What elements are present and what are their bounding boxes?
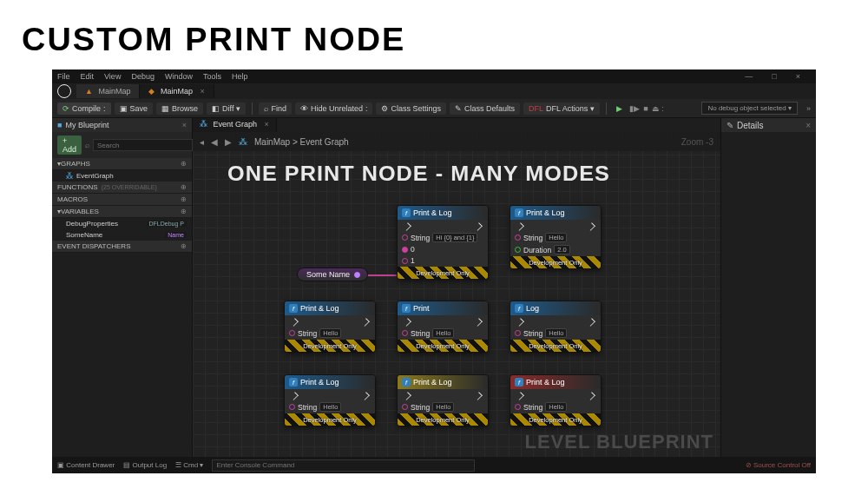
string-pin[interactable] xyxy=(515,330,521,336)
variable-somename[interactable]: SomeName Name xyxy=(52,229,192,241)
exec-out-pin[interactable] xyxy=(587,392,595,400)
node-log[interactable]: fLog String Hello Development Only xyxy=(510,301,602,353)
window-close-icon[interactable]: × xyxy=(796,72,800,81)
exec-in-pin[interactable] xyxy=(516,392,524,400)
console-input[interactable] xyxy=(212,459,474,472)
node-print-log-blue[interactable]: fPrint & Log String Hello Development On… xyxy=(284,374,376,426)
tab-mainmap-blueprint[interactable]: ◆ MainMap × xyxy=(140,84,214,98)
my-blueprint-tab[interactable]: ■ My Blueprint × xyxy=(52,118,192,132)
variable-debugproperties[interactable]: DebugProperties DFLDebug P xyxy=(52,218,192,229)
arg1-pin[interactable] xyxy=(402,258,408,264)
diff-button[interactable]: ◧ Diff ▾ xyxy=(207,102,246,115)
menu-help[interactable]: Help xyxy=(232,72,248,81)
category-event-dispatchers[interactable]: EVENT DISPATCHERS⊕ xyxy=(52,241,192,253)
menu-window[interactable]: Window xyxy=(165,72,193,81)
compile-button[interactable]: ⟳ Compile : xyxy=(57,102,111,115)
category-macros[interactable]: MACROS⊕ xyxy=(52,194,192,206)
node-print-log[interactable]: fPrint & Log String Hello Development On… xyxy=(284,301,376,353)
debug-object-select[interactable]: No debug object selected ▾ xyxy=(701,102,798,115)
class-settings-button[interactable]: ⚙ Class Settings xyxy=(376,102,446,115)
menu-debug[interactable]: Debug xyxy=(131,72,155,81)
cmd-button[interactable]: ☰ Cmd ▾ xyxy=(175,461,203,469)
search-input[interactable] xyxy=(93,139,193,151)
exec-in-pin[interactable] xyxy=(403,318,411,327)
exec-out-pin[interactable] xyxy=(361,318,370,327)
details-tab[interactable]: ✎ Details × xyxy=(721,118,816,132)
content-drawer-button[interactable]: ▣ Content Drawer xyxy=(57,461,115,469)
function-icon: f xyxy=(402,378,411,387)
exec-in-pin[interactable] xyxy=(290,392,299,400)
string-pin[interactable] xyxy=(515,235,521,241)
blueprint-icon: ◆ xyxy=(148,87,155,96)
find-button[interactable]: ⌕ Find xyxy=(259,102,292,115)
exec-in-pin[interactable] xyxy=(290,318,299,327)
exec-out-pin[interactable] xyxy=(587,222,595,231)
eject-button[interactable]: ⏏ : xyxy=(652,104,664,113)
graph-tab-eventgraph[interactable]: ⁂ Event Graph × xyxy=(193,118,277,132)
add-macro-icon[interactable]: ⊕ xyxy=(181,195,187,203)
source-control-status[interactable]: ⊘ Source Control Off xyxy=(746,461,811,469)
dfl-actions-button[interactable]: DFL DFL Actions ▾ xyxy=(523,102,600,115)
panel-close-icon[interactable]: × xyxy=(806,121,811,130)
exec-out-pin[interactable] xyxy=(474,222,483,231)
menu-tools[interactable]: Tools xyxy=(203,72,221,81)
add-graph-icon[interactable]: ⊕ xyxy=(181,160,187,168)
output-pin[interactable] xyxy=(354,272,360,278)
node-variable-somename[interactable]: Some Name xyxy=(297,268,368,281)
nav-forward-icon[interactable]: ▶ xyxy=(225,137,232,147)
menu-file[interactable]: File xyxy=(57,72,70,81)
arg0-pin[interactable] xyxy=(402,247,408,253)
node-title: Print & Log xyxy=(300,304,339,313)
tab-mainmap-level[interactable]: ▲ MainMap xyxy=(76,84,140,98)
string-pin[interactable] xyxy=(402,235,408,241)
node-print-log-duration[interactable]: f Print & Log String Hello Duration 2.0 … xyxy=(510,205,602,269)
add-function-icon[interactable]: ⊕ xyxy=(181,183,187,191)
tab-close-icon[interactable]: × xyxy=(201,87,205,96)
string-pin[interactable] xyxy=(289,330,295,336)
exec-out-pin[interactable] xyxy=(474,318,483,327)
output-log-button[interactable]: ▤ Output Log xyxy=(123,461,167,469)
play-button[interactable]: ▶ xyxy=(613,102,626,115)
string-pin[interactable] xyxy=(402,404,408,410)
event-graph-canvas[interactable]: ⁂ Event Graph × ◂ ◀ ▶ ⁂ MainMap > Event … xyxy=(193,118,720,457)
save-button[interactable]: ▣ Save xyxy=(115,102,154,115)
tab-close-icon[interactable]: × xyxy=(265,120,269,129)
node-print-log-yellow[interactable]: fPrint & Log String Hello Development On… xyxy=(397,374,489,426)
window-maximize-icon[interactable]: □ xyxy=(772,72,776,81)
tree-item-eventgraph[interactable]: ⁂ EventGraph xyxy=(52,170,192,182)
panel-close-icon[interactable]: × xyxy=(182,121,187,129)
nav-back-icon[interactable]: ◂ xyxy=(200,137,204,147)
category-variables[interactable]: ▾ VARIABLES⊕ xyxy=(52,206,192,218)
string-pin[interactable] xyxy=(515,404,521,410)
blueprint-toolbar: ⟳ Compile : ▣ Save ▦ Browse ◧ Diff ▾ ⌕ F… xyxy=(52,99,816,118)
string-pin[interactable] xyxy=(289,404,295,410)
add-dispatcher-icon[interactable]: ⊕ xyxy=(181,242,187,250)
node-print[interactable]: fPrint String Hello Development Only xyxy=(397,301,489,353)
window-minimize-icon[interactable]: — xyxy=(745,72,753,81)
class-defaults-button[interactable]: ✎ Class Defaults xyxy=(450,102,520,115)
string-pin[interactable] xyxy=(402,330,408,336)
breadcrumb[interactable]: MainMap > Event Graph xyxy=(254,137,349,147)
node-print-log-red[interactable]: fPrint & Log String Hello Development On… xyxy=(510,374,602,426)
chevron-right-icon[interactable]: » xyxy=(806,104,811,113)
stop-button[interactable]: ■ xyxy=(643,104,648,113)
hide-unrelated-button[interactable]: 👁 Hide Unrelated : xyxy=(295,102,373,115)
step-button[interactable]: ▮▶ xyxy=(629,104,640,113)
exec-in-pin[interactable] xyxy=(516,222,524,231)
exec-in-pin[interactable] xyxy=(403,222,411,231)
exec-out-pin[interactable] xyxy=(587,318,595,327)
menu-view[interactable]: View xyxy=(104,72,121,81)
exec-out-pin[interactable] xyxy=(361,392,370,400)
nav-back2-icon[interactable]: ◀ xyxy=(211,137,218,147)
exec-out-pin[interactable] xyxy=(474,392,483,400)
node-print-log-format[interactable]: f Print & Log String Hi {0} and {1} 0 1 … xyxy=(397,205,489,280)
category-functions[interactable]: FUNCTIONS (25 OVERRIDABLE) ⊕ xyxy=(52,182,192,194)
exec-in-pin[interactable] xyxy=(516,318,524,327)
duration-pin[interactable] xyxy=(515,247,521,253)
exec-in-pin[interactable] xyxy=(403,392,411,400)
category-graphs[interactable]: ▾ GRAPHS⊕ xyxy=(52,158,192,170)
add-button[interactable]: + Add xyxy=(57,135,82,155)
browse-button[interactable]: ▦ Browse xyxy=(156,102,203,115)
menu-edit[interactable]: Edit xyxy=(81,72,95,81)
add-variable-icon[interactable]: ⊕ xyxy=(181,208,187,215)
